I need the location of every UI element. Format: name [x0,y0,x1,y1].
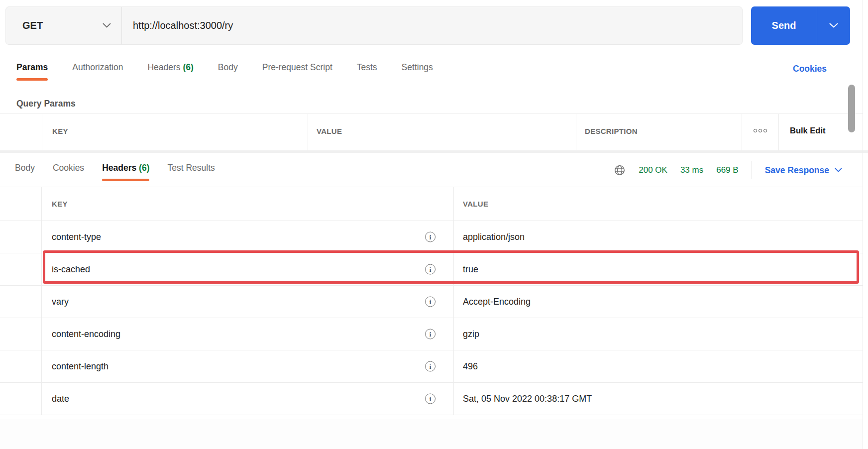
tab-pre-request-script[interactable]: Pre-request Script [262,62,332,81]
tab-label: Headers [147,62,180,72]
info-icon[interactable]: i [425,394,435,404]
checkbox-column [0,114,42,150]
url-input[interactable] [122,7,742,44]
header-value-cell: application/json [454,221,863,253]
table-header-row: KEY VALUE [0,187,863,221]
tab-label: Headers [102,163,136,173]
tab-count-badge: (6) [183,62,193,72]
header-key-cell: content-length i [42,350,454,382]
header-key: is-cached [52,264,90,275]
header-key: content-encoding [52,329,120,339]
column-header-value: VALUE [308,114,576,150]
info-icon[interactable]: i [425,329,435,339]
method-select[interactable]: GET [6,7,122,44]
divider [752,161,752,179]
send-button[interactable]: Send [751,6,817,45]
send-button-label: Send [772,20,796,31]
header-key-cell: is-cached i [42,253,454,285]
response-status-bar: 200 OK 33 ms 669 B Save Response [614,159,842,181]
header-key-cell: content-type i [42,221,454,253]
more-options-icon[interactable] [742,114,778,150]
status-time: 33 ms [680,165,703,175]
chevron-down-icon [829,23,838,28]
table-row: content-length i 496 [0,350,863,383]
row-gutter [0,286,42,318]
row-gutter [0,350,42,382]
table-row: date i Sat, 05 Nov 2022 00:38:17 GMT [0,383,863,415]
request-tabs: Params Authorization Headers (6) Body Pr… [16,62,433,81]
header-value-cell: Accept-Encoding [454,286,863,318]
empty-area [0,419,863,449]
scrollbar-track [863,0,863,449]
table-row: content-encoding i gzip [0,318,863,350]
header-value-cell: gzip [454,318,863,350]
save-response-label: Save Response [765,165,829,176]
row-gutter [0,318,42,350]
tab-headers[interactable]: Headers (6) [147,62,193,81]
info-icon[interactable]: i [425,297,435,307]
send-split-button: Send [751,6,850,45]
send-options-button[interactable] [817,6,850,45]
header-key: content-length [52,361,108,372]
header-key-cell: vary i [42,286,454,318]
tab-test-results[interactable]: Test Results [167,162,215,181]
pane-splitter[interactable] [0,150,868,153]
chevron-down-icon [103,23,111,28]
checkbox-column [0,187,42,221]
request-url-bar: GET [5,6,743,45]
tab-authorization[interactable]: Authorization [72,62,123,81]
table-row-highlighted: is-cached i true [0,253,863,286]
rest-client-window: GET Send Params Authorization Headers (6… [0,0,868,449]
tab-response-cookies[interactable]: Cookies [53,162,84,181]
tab-params[interactable]: Params [16,62,48,81]
tab-label: Params [16,62,48,72]
column-header-key: KEY [42,187,454,221]
query-params-title: Query Params [16,99,76,109]
info-icon[interactable]: i [425,361,435,372]
method-label: GET [22,20,43,31]
tab-label: Test Results [167,163,215,173]
bulk-edit-label: Bulk Edit [790,126,826,135]
status-size: 669 B [716,165,738,175]
table-row: content-type i application/json [0,221,863,253]
row-gutter [0,221,42,253]
header-value-cell: true [454,253,863,285]
column-header-description: DESCRIPTION [576,114,742,150]
tab-label: Body [218,62,238,72]
info-icon[interactable]: i [425,264,435,275]
status-code: 200 OK [639,165,667,175]
dot [763,129,767,132]
header-key: date [52,394,69,404]
table-row: vary i Accept-Encoding [0,286,863,318]
dot [759,129,762,132]
column-header-value: VALUE [454,187,863,221]
tab-response-headers[interactable]: Headers (6) [102,162,149,181]
column-header-key: KEY [42,114,308,150]
info-icon[interactable]: i [425,232,435,242]
tab-label: Tests [357,62,377,72]
tab-label: Authorization [72,62,123,72]
cookies-link[interactable]: Cookies [793,64,827,74]
header-key: vary [52,297,69,307]
tab-settings[interactable]: Settings [402,62,433,81]
row-gutter [0,253,42,285]
globe-icon[interactable] [614,164,626,176]
save-response-button[interactable]: Save Response [765,165,842,176]
query-params-table: KEY VALUE DESCRIPTION Bulk Edit [0,113,863,150]
tab-count-badge: (6) [139,163,149,173]
tab-tests[interactable]: Tests [357,62,377,81]
tab-response-body[interactable]: Body [15,162,35,181]
header-key-cell: date i [42,383,454,415]
tab-body[interactable]: Body [218,62,238,81]
dot [754,129,757,132]
header-value-cell: Sat, 05 Nov 2022 00:38:17 GMT [454,383,863,415]
tab-label: Settings [402,62,433,72]
tab-label: Cookies [53,163,84,173]
scrollbar-thumb[interactable] [848,85,855,132]
header-value-cell: 496 [454,350,863,382]
response-tabs: Body Cookies Headers (6) Test Results [15,162,215,181]
tab-label: Pre-request Script [262,62,332,72]
tab-label: Body [15,163,35,173]
row-gutter [0,383,42,415]
header-key: content-type [52,232,101,242]
